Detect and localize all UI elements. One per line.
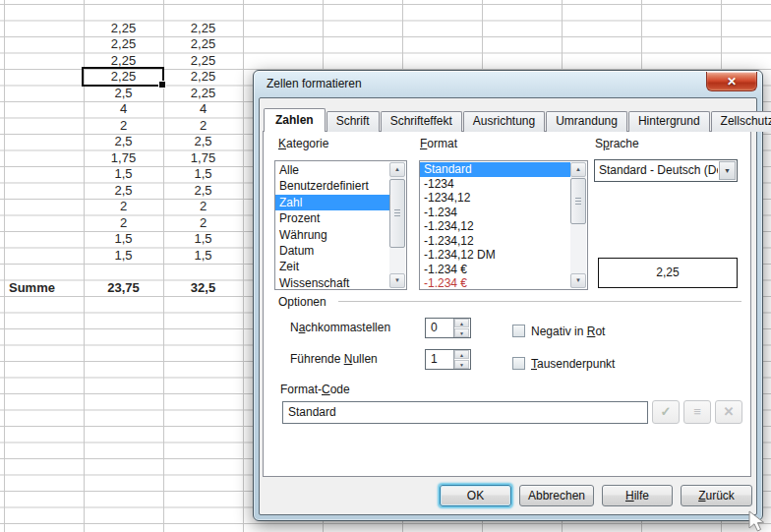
scrollbar-thumb[interactable]: [570, 178, 586, 224]
sheet-cell[interactable]: 1,5: [84, 248, 163, 264]
sheet-cell[interactable]: [9, 248, 82, 264]
format-code-input[interactable]: Standard: [282, 401, 648, 424]
sheet-cell[interactable]: 2,25: [163, 21, 243, 36]
sheet-cell[interactable]: 2: [163, 215, 243, 231]
sheet-cell[interactable]: [9, 118, 82, 134]
sheet-cell[interactable]: [9, 4, 82, 20]
spin-down-icon[interactable]: ▼: [454, 360, 469, 369]
sheet-cell[interactable]: 2: [163, 118, 243, 134]
sheet-cell[interactable]: [9, 296, 82, 312]
scroll-down-icon[interactable]: ▼: [389, 273, 405, 288]
sheet-cell[interactable]: [163, 4, 243, 20]
sheet-cell[interactable]: Summe: [9, 280, 82, 296]
thousands-separator-label[interactable]: Tausenderpunkt: [531, 357, 615, 371]
ok-button[interactable]: OK: [440, 485, 511, 506]
sheet-cell[interactable]: [9, 21, 82, 36]
sheet-cell[interactable]: [9, 134, 82, 149]
list-item[interactable]: -1.234 €: [420, 276, 570, 290]
sheet-cell[interactable]: 2,25: [163, 53, 243, 69]
spin-down-icon[interactable]: ▼: [454, 328, 469, 337]
sheet-cell[interactable]: [163, 296, 243, 312]
list-item[interactable]: -1.234,12: [420, 219, 570, 234]
tab-zellschutz[interactable]: Zellschutz: [711, 111, 771, 132]
sheet-cell[interactable]: [9, 199, 82, 214]
sheet-cell[interactable]: 2,25: [84, 36, 163, 52]
list-item[interactable]: Standard: [420, 162, 570, 177]
sheet-cell[interactable]: 2,5: [163, 183, 243, 199]
decimals-stepper[interactable]: 0 ▲ ▼: [425, 318, 471, 338]
scroll-down-icon[interactable]: ▼: [570, 273, 586, 288]
sheet-cell[interactable]: 2,25: [163, 86, 243, 101]
sheet-cell[interactable]: [9, 215, 82, 231]
list-item[interactable]: -1.234,12 DM: [420, 248, 570, 263]
negative-red-checkbox[interactable]: [512, 325, 525, 337]
sheet-cell[interactable]: [9, 101, 82, 117]
sheet-cell[interactable]: 1,5: [84, 166, 163, 182]
language-dropdown[interactable]: Standard - Deutsch (De ▼: [594, 159, 738, 182]
sheet-cell[interactable]: 2,25: [163, 36, 243, 52]
sheet-cell[interactable]: [9, 36, 82, 52]
sheet-cell[interactable]: [9, 86, 82, 101]
sheet-cell[interactable]: 2,25: [163, 69, 243, 85]
sheet-cell[interactable]: 2: [84, 118, 163, 134]
scroll-up-icon[interactable]: ▲: [389, 162, 405, 177]
scrollbar-thumb[interactable]: [389, 179, 405, 248]
sheet-cell[interactable]: [9, 150, 82, 166]
sheet-cell[interactable]: 2: [84, 215, 163, 231]
sheet-cell[interactable]: 1,5: [163, 166, 243, 182]
sheet-cell[interactable]: 2: [163, 199, 243, 214]
sheet-cell[interactable]: [84, 296, 163, 312]
cancel-button[interactable]: Abbrechen: [519, 485, 594, 506]
leading-zeroes-stepper[interactable]: 1 ▲ ▼: [425, 349, 471, 370]
sheet-cell[interactable]: 2: [84, 199, 163, 214]
sheet-cell[interactable]: 1,5: [163, 248, 243, 264]
format-scrollbar[interactable]: ▲ ▼: [570, 162, 586, 288]
sheet-cell[interactable]: [9, 53, 82, 69]
format-listbox[interactable]: Standard-1234-1234,12-1.234-1.234,12-1.2…: [419, 160, 588, 290]
sheet-cell[interactable]: 1,5: [84, 231, 163, 247]
list-item[interactable]: Währung: [275, 227, 389, 243]
list-item[interactable]: -1.234,12: [420, 234, 570, 249]
apply-format-button[interactable]: ✓: [652, 400, 680, 424]
dialog-title[interactable]: Zellen formatieren: [267, 77, 362, 90]
list-item[interactable]: Alle: [275, 162, 389, 178]
spin-up-icon[interactable]: ▲: [454, 350, 469, 359]
list-item[interactable]: -1.234 €: [420, 263, 570, 277]
sheet-cell[interactable]: 2,5: [163, 134, 243, 149]
sheet-cell[interactable]: 2,5: [84, 183, 163, 199]
list-item[interactable]: Datum: [275, 243, 389, 259]
sheet-cell[interactable]: [84, 4, 163, 20]
sheet-cell[interactable]: 2,25: [84, 21, 163, 36]
category-scrollbar[interactable]: ▲ ▼: [389, 162, 405, 288]
sheet-cell[interactable]: [9, 231, 82, 247]
tab-ausrichtung[interactable]: Ausrichtung: [463, 111, 545, 132]
sheet-cell[interactable]: [9, 183, 82, 199]
sheet-cell[interactable]: 1,75: [84, 150, 163, 166]
back-button[interactable]: Zurück: [681, 485, 752, 506]
category-listbox[interactable]: AlleBenutzerdefiniertZahlProzentWährungD…: [274, 160, 407, 290]
list-item[interactable]: Wissenschaft: [275, 275, 389, 290]
tab-schrifteffekt[interactable]: Schrifteffekt: [381, 111, 462, 132]
sheet-cell[interactable]: 23,75: [84, 280, 163, 296]
list-item[interactable]: Zahl: [275, 195, 389, 210]
thousands-separator-checkbox[interactable]: [512, 357, 525, 370]
list-item[interactable]: -1.234: [420, 206, 570, 220]
tab-zahlen[interactable]: Zahlen: [264, 108, 326, 132]
fill-handle[interactable]: [158, 81, 166, 89]
help-button[interactable]: Hilfe: [602, 485, 673, 506]
edit-comment-button[interactable]: ≡: [683, 400, 711, 424]
sheet-cell[interactable]: 1,5: [163, 231, 243, 247]
tab-hintergrund[interactable]: Hintergrund: [628, 111, 710, 132]
sheet-cell[interactable]: [9, 69, 82, 85]
sheet-cell[interactable]: 2,5: [84, 134, 163, 149]
sheet-cell[interactable]: 4: [84, 101, 163, 117]
sheet-cell[interactable]: [163, 264, 243, 279]
sheet-cell[interactable]: 1,75: [163, 150, 243, 166]
list-item[interactable]: Zeit: [275, 259, 389, 274]
list-item[interactable]: -1234: [420, 177, 570, 192]
list-item[interactable]: Prozent: [275, 210, 389, 226]
scroll-up-icon[interactable]: ▲: [570, 162, 586, 177]
spin-up-icon[interactable]: ▲: [454, 319, 469, 327]
tab-schrift[interactable]: Schrift: [326, 111, 380, 132]
sheet-cell[interactable]: 2,5: [84, 86, 163, 101]
